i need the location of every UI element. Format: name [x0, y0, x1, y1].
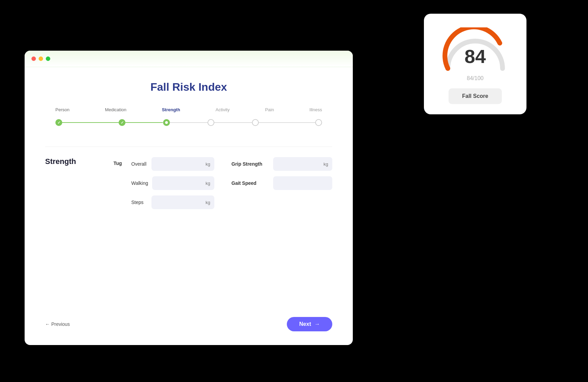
section-title: Strength: [45, 157, 113, 310]
fall-score-button[interactable]: Fall Score: [449, 88, 502, 104]
right-fields: Grip Strength Gait Speed: [231, 157, 332, 310]
input-walking[interactable]: [152, 176, 214, 190]
maximize-dot[interactable]: [46, 56, 50, 61]
input-gait[interactable]: [273, 176, 332, 190]
stepper: Person Medication Strength Activity Pain…: [45, 107, 332, 126]
step-label-pain: Pain: [265, 107, 274, 112]
step-circle-medication[interactable]: [119, 119, 125, 126]
step-label-strength: Strength: [162, 107, 180, 112]
label-gait: Gait Speed: [231, 180, 269, 186]
next-button[interactable]: Next →: [287, 317, 332, 331]
tug-label: Tug: [113, 157, 126, 166]
browser-window: Fall Risk Index Person Medication Streng…: [25, 51, 353, 345]
step-circle-person[interactable]: [55, 119, 62, 126]
next-arrow: →: [315, 321, 320, 327]
input-grip[interactable]: [273, 157, 332, 171]
step-label-person: Person: [55, 107, 69, 112]
step-circle-strength[interactable]: [163, 119, 170, 126]
field-row-steps: Steps: [131, 195, 214, 209]
minimize-dot[interactable]: [39, 56, 43, 61]
form-section: Strength Tug Overall Walking: [45, 147, 332, 310]
score-fraction: 84/100: [467, 75, 484, 81]
step-circle-illness[interactable]: [315, 119, 322, 126]
page-title: Fall Risk Index: [45, 81, 332, 93]
step-label-medication: Medication: [105, 107, 126, 112]
label-overall: Overall: [131, 161, 147, 167]
gauge-score: 84: [465, 45, 486, 67]
nav-bar: ← Previous Next →: [45, 310, 332, 331]
left-fields: Tug Overall Walking Steps: [113, 157, 214, 310]
step-label-activity: Activity: [216, 107, 230, 112]
field-row-grip: Grip Strength: [231, 157, 332, 171]
next-label: Next: [299, 321, 311, 327]
page-content: Fall Risk Index Person Medication Streng…: [25, 67, 353, 345]
input-steps[interactable]: [151, 195, 214, 209]
step-circle-pain[interactable]: [252, 119, 259, 126]
browser-titlebar: [25, 51, 353, 67]
step-circle-activity[interactable]: [208, 119, 214, 126]
label-steps: Steps: [131, 200, 147, 205]
field-row-walking: Walking: [131, 176, 214, 190]
step-label-illness: Illness: [309, 107, 322, 112]
close-dot[interactable]: [31, 56, 36, 61]
score-card: 84 84/100 Fall Score: [424, 14, 526, 114]
gauge-container: 84: [441, 27, 509, 72]
previous-button[interactable]: ← Previous: [45, 321, 70, 327]
input-overall[interactable]: [151, 157, 214, 171]
field-row-overall: Overall: [131, 157, 214, 171]
label-walking: Walking: [131, 180, 148, 186]
label-grip: Grip Strength: [231, 161, 269, 167]
field-row-gait: Gait Speed: [231, 176, 332, 190]
